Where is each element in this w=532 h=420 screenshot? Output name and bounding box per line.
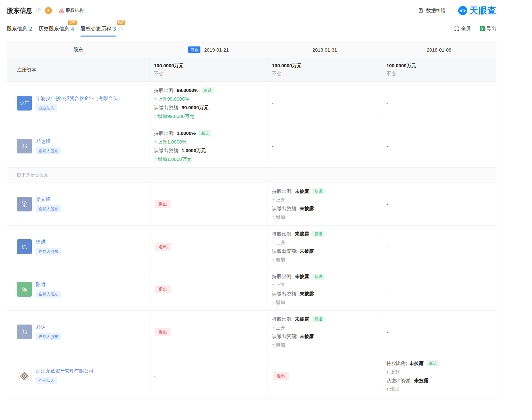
tianyancha-logo[interactable]: 天眼查 <box>458 5 496 16</box>
equity-structure-label: 股权结构 <box>66 8 84 13</box>
shareholder-name-link[interactable]: 郑达 <box>36 324 46 330</box>
up-arrow-icon: ↑ <box>272 325 274 330</box>
column-header-shareholder: 股东 <box>7 41 149 58</box>
tab-count: 4 <box>71 26 74 32</box>
capital-cell: 100.0000万元 不变 <box>267 58 382 81</box>
new-entry-badge: 新进 <box>427 360 439 366</box>
up-arrow-icon: ↑ <box>272 282 274 288</box>
shareholder-info-panel: 股东信息 ? 股权结构 <box>7 0 496 399</box>
tab-label: 股东信息 <box>7 26 27 32</box>
shareholder-avatar[interactable]: 郑 <box>17 139 32 153</box>
shareholder-row: 徐 徐进 自然人股东 退出 持股比例:未披露新进 ↑上升 认缴出资额:未披露 <box>7 226 496 268</box>
new-entry-badge: 新进 <box>199 130 211 136</box>
date-label: 2019-01-21 <box>204 47 229 53</box>
fullscreen-label: 全屏 <box>461 26 471 32</box>
change-detail-cell: 持股比例:99.0000%新进 ↑上升99.0000% 认缴出资额:99.000… <box>149 82 267 125</box>
change-detail-cell: 持股比例:1.0000%新进 ↑上升1.0000% 认缴出资额:1.0000万元… <box>149 125 267 167</box>
tab-history-shareholder-info[interactable]: VIP 历史股东信息 4 <box>38 21 74 37</box>
date-label: 2018-01-31 <box>312 47 337 53</box>
shareholder-name-link[interactable]: 浙江九章资产管理有限公司 <box>36 368 94 374</box>
shareholder-name-link[interactable]: 陈哲 <box>36 281 46 288</box>
exit-cell: 退出 <box>149 268 267 310</box>
exit-badge: 退出 <box>155 243 171 251</box>
shareholder-name-link[interactable]: 徐进 <box>36 239 46 245</box>
date-label: 2018-01-08 <box>427 47 452 53</box>
new-entry-badge: 新进 <box>312 316 325 322</box>
new-entry-badge: 新进 <box>312 188 325 194</box>
shareholder-type-badge: 自然人股东 <box>36 248 61 255</box>
shareholder-row: 梁 梁文锋 自然人股东 退出 持股比例:未披露新进 ↑上升 认缴出资额:未披露 <box>7 183 496 226</box>
empty-cell: - <box>382 183 496 225</box>
fullscreen-button[interactable]: 全屏 <box>454 26 471 32</box>
data-correction-button[interactable]: 数据纠错 <box>414 5 450 16</box>
up-arrow-icon: ↑ <box>272 257 274 262</box>
new-entry-badge: 新进 <box>202 87 214 94</box>
exit-badge: 退出 <box>273 372 289 380</box>
equity-structure-button[interactable]: 股权结构 <box>56 6 87 15</box>
up-arrow-icon: ↑ <box>154 96 156 102</box>
new-entry-badge: 新进 <box>312 274 325 280</box>
shareholder-avatar[interactable]: 徐 <box>17 239 32 254</box>
column-header-date: 2018-01-31 <box>267 41 382 58</box>
shareholder-name-link[interactable]: 宁波少广创业投资合伙企业（有限合伙） <box>36 95 122 102</box>
up-arrow-icon: ↑ <box>386 369 389 375</box>
shareholder-cell: 少广 宁波少广创业投资合伙企业（有限合伙） 企业法人 <box>7 82 149 125</box>
up-arrow-icon: ↑ <box>272 197 274 202</box>
empty-cell: - <box>382 125 496 167</box>
shareholder-avatar[interactable]: 郑 <box>17 325 32 339</box>
shareholder-cell: 陈 陈哲 自然人股东 <box>7 268 149 310</box>
shareholder-type-badge: 企业法人 <box>36 104 57 111</box>
up-arrow-icon: ↑ <box>272 214 274 220</box>
up-arrow-icon: ↑ <box>154 156 156 162</box>
brand-name: 天眼查 <box>469 5 496 16</box>
capital-amount: 100.0000万元 <box>386 63 492 69</box>
company-logo-avatar[interactable] <box>17 369 32 383</box>
notification-bell-icon[interactable] <box>45 7 52 14</box>
export-label: 导出 <box>487 26 496 32</box>
table-header-row: 股东 最新 2019-01-21 2018-01-31 2018-01-08 <box>7 41 496 58</box>
shareholder-cell: 浙江九章资产管理有限公司 企业法人 <box>7 353 149 399</box>
change-detail-cell: 持股比例:未披露新进 ↑上升 认缴出资额:未披露 ↑增加 <box>382 353 496 399</box>
history-shareholders-divider: 以下为历史股东 <box>7 168 496 183</box>
capital-change: 不变 <box>154 71 263 77</box>
vip-badge: VIP <box>68 21 77 25</box>
empty-cell: - <box>382 268 496 310</box>
capital-amount: 100.0000万元 <box>154 63 263 69</box>
capital-change: 不变 <box>386 71 492 77</box>
empty-cell: - <box>267 125 382 167</box>
shareholder-cell: 梁 梁文锋 自然人股东 <box>7 183 149 225</box>
shareholder-name-link[interactable]: 郑达韡 <box>36 138 50 144</box>
help-icon[interactable]: ? <box>36 8 41 13</box>
up-arrow-icon: ↑ <box>272 240 274 245</box>
shareholder-cell: 徐 徐进 自然人股东 <box>7 226 149 268</box>
capital-change: 不变 <box>272 71 378 77</box>
help-icon[interactable]: ? <box>118 27 123 31</box>
exit-cell: 退出 <box>149 183 267 225</box>
latest-badge: 最新 <box>188 46 200 53</box>
shareholder-avatar[interactable]: 梁 <box>17 197 32 211</box>
shareholder-avatar[interactable]: 少广 <box>17 96 32 111</box>
change-detail-cell: 持股比例:未披露新进 ↑上升 认缴出资额:未披露 ↑增加 <box>267 183 382 225</box>
empty-cell: - <box>382 226 496 268</box>
shareholder-type-badge: 企业法人 <box>36 377 57 384</box>
tab-shareholder-info[interactable]: 股东信息 2 <box>7 21 32 37</box>
shareholder-cell: 郑 郑达韡 自然人股东 <box>7 125 149 167</box>
capital-cell: 100.0000万元 不变 <box>382 58 496 81</box>
tianyancha-eye-icon <box>458 6 468 15</box>
exit-badge: 退出 <box>155 200 171 208</box>
up-arrow-icon: ↑ <box>272 300 274 305</box>
exit-cell: 退出 <box>149 226 267 268</box>
empty-cell: - <box>149 353 267 399</box>
export-button[interactable]: 导出 <box>480 26 496 32</box>
shareholder-avatar[interactable]: 陈 <box>17 282 32 297</box>
shareholder-name-link[interactable]: 梁文锋 <box>36 196 50 202</box>
tab-count: 3 <box>113 26 116 32</box>
tab-equity-change-history[interactable]: VIP 股权变更历程 3 ? <box>80 21 123 37</box>
shareholder-type-badge: 自然人股东 <box>36 147 61 154</box>
shareholder-row: 浙江九章资产管理有限公司 企业法人 - 退出 持股比例:未披露新进 ↑上升 认缴… <box>7 353 496 399</box>
data-correction-icon <box>418 8 424 13</box>
vip-badge: VIP <box>117 21 125 25</box>
tab-label: 股权变更历程 <box>80 26 111 32</box>
shareholder-type-badge: 自然人股东 <box>36 291 61 298</box>
up-arrow-icon: ↑ <box>386 386 389 392</box>
